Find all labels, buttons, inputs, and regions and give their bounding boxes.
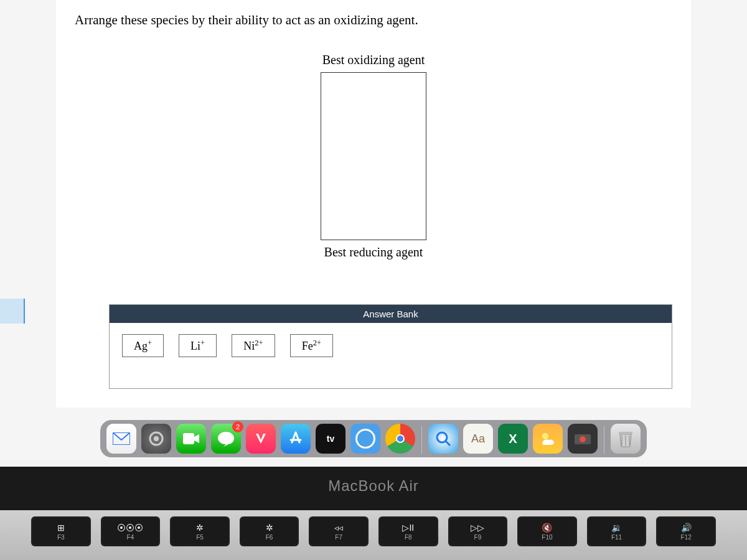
- mail-icon[interactable]: [106, 424, 136, 454]
- appletv-label: tv: [327, 434, 334, 444]
- weather-icon[interactable]: [533, 424, 563, 454]
- svg-point-7: [397, 436, 403, 442]
- left-window-stub: [0, 299, 25, 324]
- species-tile-fe[interactable]: Fe2+: [290, 334, 333, 357]
- answer-bank: Answer Bank Ag+ Li+ Ni2+ Fe2+: [109, 304, 672, 389]
- key-f8[interactable]: ▷IIF8: [378, 516, 438, 546]
- quicklook-icon[interactable]: [428, 424, 458, 454]
- dock-separator-2: [604, 426, 604, 454]
- excel-icon[interactable]: X: [498, 424, 528, 454]
- svg-point-10: [542, 433, 548, 439]
- messages-icon[interactable]: 2: [211, 424, 241, 454]
- answer-bank-items: Ag+ Li+ Ni2+ Fe2+: [110, 323, 672, 388]
- best-oxidizing-label: Best oxidizing agent: [322, 53, 425, 67]
- answer-bank-header: Answer Bank: [110, 305, 672, 323]
- key-f11[interactable]: 🔉F11: [587, 516, 647, 546]
- chrome-icon[interactable]: [385, 424, 415, 454]
- appletv-icon[interactable]: tv: [316, 424, 345, 454]
- keyboard-function-row: ⊞F3 ⦿⦿⦿F4 ✲F5 ✲F6 ◃◃F7 ▷IIF8 ▷▷F9 🔇F10 🔉…: [0, 510, 747, 560]
- svg-rect-3: [183, 433, 194, 444]
- dock-wrapper: 2 tv Aa X: [0, 420, 747, 457]
- dictionary-label: Aa: [471, 432, 485, 446]
- key-f3[interactable]: ⊞F3: [31, 516, 91, 546]
- ranking-drop-zone[interactable]: [321, 72, 426, 240]
- svg-point-12: [580, 436, 586, 442]
- dock: 2 tv Aa X: [100, 420, 647, 457]
- facetime-icon[interactable]: [176, 424, 206, 454]
- question-panel: Arrange these species by their ability t…: [56, 0, 691, 408]
- svg-point-2: [154, 436, 159, 441]
- svg-point-8: [437, 432, 447, 442]
- svg-rect-13: [619, 432, 632, 434]
- key-f7[interactable]: ◃◃F7: [309, 516, 369, 546]
- appstore-icon[interactable]: [281, 424, 311, 454]
- key-f10[interactable]: 🔇F10: [517, 516, 577, 546]
- trash-icon[interactable]: [611, 424, 641, 454]
- key-f5[interactable]: ✲F5: [170, 516, 230, 546]
- dictionary-icon[interactable]: Aa: [463, 424, 493, 454]
- svg-point-5: [357, 431, 374, 447]
- safari-icon[interactable]: [350, 424, 380, 454]
- key-f12[interactable]: 🔊F12: [656, 516, 716, 546]
- species-tile-ni[interactable]: Ni2+: [232, 334, 275, 357]
- laptop-model-label: MacBook Air: [0, 477, 747, 495]
- key-f9[interactable]: ▷▷F9: [448, 516, 508, 546]
- species-tile-ag[interactable]: Ag+: [122, 334, 164, 357]
- news-icon[interactable]: [246, 424, 276, 454]
- key-f4[interactable]: ⦿⦿⦿F4: [101, 516, 161, 546]
- dock-separator: [421, 426, 422, 454]
- key-f6[interactable]: ✲F6: [240, 516, 299, 546]
- settings-icon[interactable]: [141, 424, 171, 454]
- ranking-area: Best oxidizing agent Best reducing agent: [75, 53, 672, 259]
- best-reducing-label: Best reducing agent: [324, 245, 423, 259]
- svg-line-9: [446, 441, 450, 446]
- excel-label: X: [509, 432, 517, 446]
- species-tile-li[interactable]: Li+: [179, 334, 217, 357]
- photobooth-icon[interactable]: [568, 424, 598, 454]
- messages-badge: 2: [232, 421, 243, 432]
- question-text: Arrange these species by their ability t…: [75, 12, 672, 28]
